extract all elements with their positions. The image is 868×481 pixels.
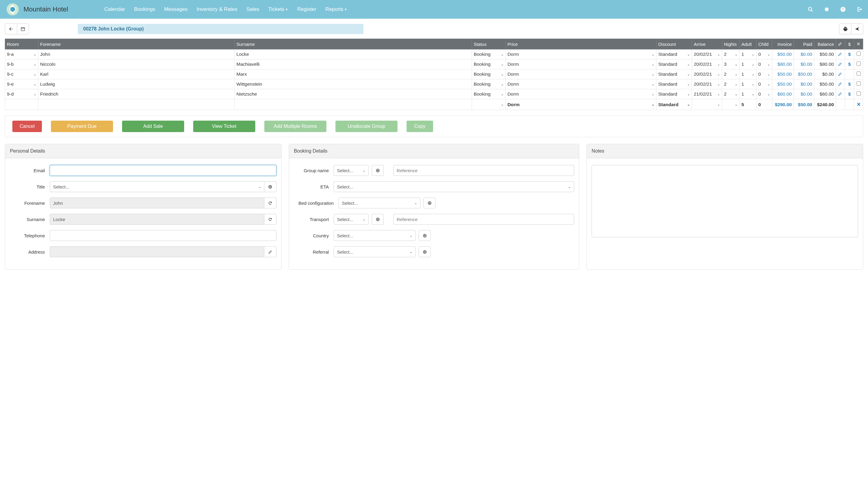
referral-add-button[interactable] [418, 246, 431, 257]
view-ticket-button[interactable]: View Ticket [193, 121, 255, 132]
invoice-total-link[interactable]: $290.00 [775, 102, 792, 107]
eta-select[interactable]: Select...⌄ [334, 181, 574, 192]
group-name-add-button[interactable] [372, 165, 384, 176]
cell-dropdown[interactable]: 21/02/21⌄ [694, 91, 720, 97]
row-checkbox[interactable] [857, 91, 861, 96]
calendar-button[interactable] [17, 24, 29, 34]
row-checkbox[interactable] [857, 62, 861, 66]
dollar-icon[interactable]: $ [848, 82, 851, 87]
group-reference-field[interactable] [393, 165, 574, 176]
cell-dropdown[interactable]: Booking⌄ [474, 82, 504, 87]
nav-bookings[interactable]: Bookings [134, 6, 155, 12]
invoice-link[interactable]: $50.00 [778, 71, 792, 77]
cell-dropdown[interactable]: 1⌄ [741, 71, 754, 77]
transport-reference-field[interactable] [393, 214, 574, 225]
invoice-link[interactable]: $50.00 [778, 82, 792, 87]
search-icon[interactable] [808, 7, 813, 12]
forename-cell[interactable]: Ludwig [38, 79, 235, 89]
cell-dropdown[interactable]: 0⌄ [758, 91, 770, 97]
cell-dropdown[interactable]: Booking⌄ [474, 91, 504, 97]
nav-calendar[interactable]: Calendar [104, 6, 125, 12]
paid-link[interactable]: $50.00 [798, 71, 812, 77]
nav-tickets[interactable]: Tickets▼ [268, 6, 288, 12]
edit-icon[interactable] [838, 72, 843, 76]
dollar-icon[interactable]: $ [848, 52, 851, 57]
nav-register[interactable]: Register [297, 6, 316, 12]
cell-dropdown[interactable]: Dorm⌄ [507, 102, 654, 108]
surname-cell[interactable]: Marx [235, 69, 472, 79]
cell-dropdown[interactable]: Dorm⌄ [507, 91, 654, 97]
surname-cell[interactable]: Locke [235, 50, 472, 59]
forename-cell[interactable]: John [38, 50, 235, 59]
cell-dropdown[interactable]: 1⌄ [741, 82, 754, 87]
edit-icon[interactable] [838, 92, 843, 96]
cell-dropdown[interactable]: 9-d⌄ [7, 91, 36, 97]
bed-config-add-button[interactable] [424, 198, 435, 208]
country-add-button[interactable] [418, 230, 431, 241]
cell-dropdown[interactable]: 0⌄ [758, 62, 770, 67]
cell-dropdown[interactable]: Standard⌄ [658, 62, 690, 67]
edit-icon[interactable] [838, 52, 843, 56]
cell-dropdown[interactable]: 9-b⌄ [7, 62, 36, 67]
cell-dropdown[interactable]: Dorm⌄ [507, 71, 654, 77]
cell-dropdown[interactable]: 20/02/21⌄ [694, 71, 720, 77]
cell-dropdown[interactable]: Booking⌄ [474, 52, 504, 57]
row-checkbox[interactable] [857, 71, 861, 76]
forename-refresh-button[interactable] [264, 198, 276, 208]
cell-dropdown[interactable]: 2⌄ [724, 91, 738, 97]
surname-cell[interactable]: Nietzsche [235, 89, 472, 99]
cell-dropdown[interactable]: ⌄ [724, 102, 738, 107]
payment-due-button[interactable]: Payment Due [51, 121, 113, 132]
nav-sales[interactable]: Sales [247, 6, 259, 12]
paid-link[interactable]: $0.00 [801, 82, 812, 87]
cell-dropdown[interactable]: Dorm⌄ [507, 62, 654, 67]
cell-dropdown[interactable]: 0⌄ [758, 82, 770, 87]
cell-dropdown[interactable]: 9-c⌄ [7, 71, 36, 77]
add-multiple-rooms-button[interactable]: Add Multiple Rooms [264, 121, 327, 132]
paid-link[interactable]: $0.00 [801, 52, 812, 57]
cell-dropdown[interactable]: Standard⌄ [658, 82, 690, 87]
cell-dropdown[interactable]: 0⌄ [758, 52, 770, 57]
send-button[interactable] [851, 24, 863, 34]
edit-icon[interactable] [838, 82, 843, 86]
cell-dropdown[interactable]: Booking⌄ [474, 62, 504, 67]
logout-icon[interactable] [857, 7, 862, 12]
forename-field[interactable] [50, 198, 264, 208]
invoice-link[interactable]: $60.00 [778, 91, 792, 96]
forename-cell[interactable]: Friedrich [38, 89, 235, 99]
telephone-field[interactable] [50, 230, 276, 241]
row-checkbox[interactable] [857, 52, 861, 56]
cell-dropdown[interactable]: 1⌄ [741, 91, 754, 97]
cell-dropdown[interactable]: 9-e⌄ [7, 82, 36, 87]
notes-textarea[interactable] [592, 165, 858, 237]
edit-icon[interactable] [838, 62, 843, 66]
cell-dropdown[interactable]: Dorm⌄ [507, 52, 654, 57]
surname-field[interactable] [50, 214, 264, 225]
paid-total-link[interactable]: $50.00 [798, 102, 812, 107]
group-name-select[interactable]: Select...⌄ [334, 165, 369, 176]
cell-dropdown[interactable]: 1⌄ [741, 62, 754, 67]
cell-dropdown[interactable]: Standard⌄ [658, 52, 690, 57]
dollar-icon[interactable]: $ [848, 91, 851, 96]
title-select[interactable]: Select...⌄ [50, 181, 264, 192]
invoice-link[interactable]: $80.00 [778, 62, 792, 67]
surname-refresh-button[interactable] [264, 214, 276, 225]
transport-select[interactable]: Select...⌄ [334, 214, 369, 225]
cell-dropdown[interactable]: 2⌄ [724, 52, 738, 57]
nav-inventory[interactable]: Inventory & Rates [196, 6, 237, 12]
forename-cell[interactable]: Niccolo [38, 59, 235, 69]
print-button[interactable] [839, 24, 851, 34]
cell-dropdown[interactable]: 1⌄ [741, 52, 754, 57]
paid-link[interactable]: $0.00 [801, 62, 812, 67]
help-icon[interactable]: ? [840, 7, 846, 12]
add-sale-button[interactable]: Add Sale [122, 121, 184, 132]
delete-icon[interactable]: ✕ [857, 102, 861, 108]
invoice-link[interactable]: $50.00 [778, 52, 792, 57]
cell-dropdown[interactable]: 20/02/21⌄ [694, 82, 720, 87]
copy-button[interactable]: Copy [407, 121, 433, 132]
nav-reports[interactable]: Reports▼ [326, 6, 347, 12]
cancel-button[interactable]: Cancel [12, 121, 42, 132]
cell-dropdown[interactable]: 3⌄ [724, 62, 738, 67]
bed-config-select[interactable]: Select...⌄ [338, 198, 421, 208]
gear-icon[interactable] [824, 7, 830, 12]
